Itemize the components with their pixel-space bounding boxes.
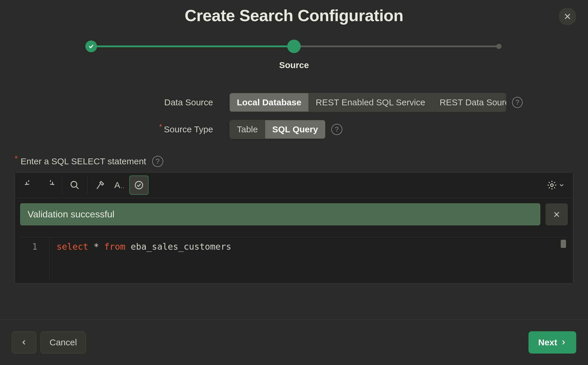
chevron-left-icon xyxy=(21,339,27,346)
back-button[interactable] xyxy=(12,331,36,354)
undo-icon xyxy=(25,180,35,190)
sql-section: * Enter a SQL SELECT statement ? xyxy=(15,156,573,284)
validation-row: Validation successful xyxy=(15,198,573,225)
dialog-create-search-configuration: Create Search Configuration Source Data … xyxy=(0,0,588,365)
case-button[interactable]: A.. xyxy=(110,175,129,195)
seg-table[interactable]: Table xyxy=(230,120,265,139)
step-3-future[interactable] xyxy=(496,44,502,49)
required-star: * xyxy=(159,122,162,131)
editor-toolbar: A.. xyxy=(15,173,573,198)
help-icon-data-source[interactable]: ? xyxy=(512,97,523,108)
validation-banner: Validation successful xyxy=(20,203,540,225)
editor-settings-button[interactable] xyxy=(544,180,568,190)
step-2-current[interactable] xyxy=(287,40,301,53)
step-1-complete[interactable] xyxy=(85,40,97,52)
step-current-label: Source xyxy=(85,60,503,70)
validation-dismiss-button[interactable] xyxy=(545,203,568,225)
code-editor: A.. Validation successful 1 xyxy=(15,172,573,284)
validate-button[interactable] xyxy=(129,175,149,195)
label-data-source: Data Source xyxy=(65,97,230,107)
undo-button[interactable] xyxy=(20,175,40,195)
check-icon xyxy=(88,43,94,50)
svg-point-0 xyxy=(71,181,77,187)
dialog-title: Create Search Configuration xyxy=(0,6,588,25)
segmented-data-source: Local Database REST Enabled SQL Service … xyxy=(230,93,506,112)
help-icon-sql[interactable]: ? xyxy=(152,156,163,167)
editor-scrollbar-thumb[interactable] xyxy=(561,240,566,248)
dialog-footer: Cancel Next xyxy=(0,319,588,365)
find-button[interactable] xyxy=(65,175,84,195)
search-icon xyxy=(70,180,80,190)
segmented-source-type: Table SQL Query xyxy=(230,120,325,139)
gear-icon xyxy=(547,180,557,190)
cancel-button[interactable]: Cancel xyxy=(40,331,86,354)
redo-button[interactable] xyxy=(40,175,59,195)
svg-point-1 xyxy=(135,181,143,189)
next-button[interactable]: Next xyxy=(528,331,576,354)
row-data-source: Data Source Local Database REST Enabled … xyxy=(0,93,588,112)
dialog-close-button[interactable] xyxy=(559,8,576,25)
seg-rest-data-source[interactable]: REST Data Source xyxy=(433,93,506,112)
code-line-1[interactable]: select * from eba_sales_customers xyxy=(50,237,238,278)
dialog-header: Create Search Configuration xyxy=(0,0,588,25)
label-sql-statement: * Enter a SQL SELECT statement ? xyxy=(15,156,573,167)
chevron-right-icon xyxy=(560,339,567,346)
check-circle-icon xyxy=(134,180,144,190)
wizard-stepper: Source xyxy=(0,40,588,70)
line-number: 1 xyxy=(20,241,49,252)
required-star: * xyxy=(15,154,18,163)
close-icon xyxy=(563,12,572,21)
seg-local-database[interactable]: Local Database xyxy=(230,93,309,112)
code-area[interactable]: 1 select * from eba_sales_customers xyxy=(20,237,568,278)
label-source-type: *Source Type xyxy=(65,124,230,134)
seg-rest-enabled-sql[interactable]: REST Enabled SQL Service xyxy=(309,93,433,112)
form-area: Data Source Local Database REST Enabled … xyxy=(0,93,588,147)
close-icon xyxy=(553,211,560,218)
hammer-icon xyxy=(95,180,105,190)
autocomplete-button[interactable] xyxy=(91,175,110,195)
chevron-down-icon xyxy=(558,182,565,188)
row-source-type: *Source Type Table SQL Query ? xyxy=(0,120,588,139)
seg-sql-query[interactable]: SQL Query xyxy=(265,120,325,139)
svg-point-2 xyxy=(551,184,553,187)
stepper-track xyxy=(85,40,503,53)
redo-icon xyxy=(44,180,54,190)
line-gutter: 1 xyxy=(20,237,50,278)
help-icon-source-type[interactable]: ? xyxy=(331,124,342,135)
case-icon: A.. xyxy=(112,180,127,190)
